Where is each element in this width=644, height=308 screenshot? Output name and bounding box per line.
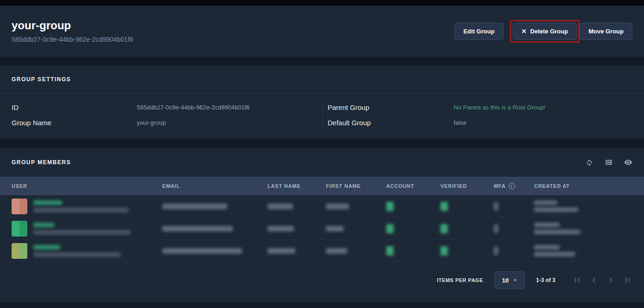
edit-group-button[interactable]: Edit Group xyxy=(454,23,503,40)
table-row[interactable] xyxy=(0,195,644,218)
field-label: ID xyxy=(12,103,137,111)
field-group-name: Group Name your-group xyxy=(0,115,322,130)
group-header: your-group 585ddb27-0c9e-44bb-962e-2cd99… xyxy=(0,6,644,57)
group-members-title-row: GROUP MEMBERS xyxy=(0,148,644,177)
last-page-icon[interactable] xyxy=(622,275,632,285)
redacted-last-name xyxy=(268,248,295,254)
previous-page-icon[interactable] xyxy=(589,275,599,285)
next-page-icon[interactable] xyxy=(606,275,616,285)
redacted-account-badge xyxy=(386,202,394,211)
redacted-mfa-badge xyxy=(494,247,498,255)
field-parent-group: Parent Group No Parent as this is a Root… xyxy=(323,100,644,115)
avatar xyxy=(12,243,27,259)
account-cell xyxy=(386,202,440,211)
column-header-mfa: MFAi xyxy=(494,183,534,189)
field-id: ID 585ddb27-0c9e-44bb-962e-2cd9904b01f6 xyxy=(0,100,322,115)
table-header-row: USEREMAILLAST NAMEFIRST NAMEACCOUNTVERIF… xyxy=(0,177,644,195)
redacted-mfa-badge xyxy=(494,225,498,233)
first-page-icon[interactable] xyxy=(572,275,582,285)
redacted-account-badge xyxy=(386,224,394,233)
verified-cell xyxy=(440,224,494,233)
mfa-cell xyxy=(494,225,534,233)
members-toolbar xyxy=(585,158,632,167)
close-icon: ✕ xyxy=(522,28,527,35)
move-group-button[interactable]: Move Group xyxy=(580,23,632,40)
redacted-username xyxy=(33,200,62,205)
avatar xyxy=(12,199,27,214)
first-name-cell xyxy=(326,248,386,254)
column-header-email: EMAIL xyxy=(162,183,268,189)
redacted-email xyxy=(162,204,227,209)
user-cell xyxy=(0,243,162,259)
delete-group-button[interactable]: ✕ Delete Group xyxy=(513,23,577,40)
redacted-verified-badge xyxy=(440,224,448,233)
field-value: your-group xyxy=(137,119,322,126)
pagination-nav xyxy=(572,275,632,285)
pagination-range: 1-3 of 3 xyxy=(536,277,555,283)
info-icon[interactable]: i xyxy=(509,183,515,189)
table-icon[interactable] xyxy=(605,158,613,167)
redacted-created-at xyxy=(534,200,578,212)
redacted-username xyxy=(33,245,60,250)
field-label: Group Name xyxy=(12,119,137,127)
user-text-lines xyxy=(33,223,131,235)
table-row[interactable] xyxy=(0,240,644,262)
column-header-label: LAST NAME xyxy=(268,183,300,189)
field-label: Parent Group xyxy=(328,103,454,111)
email-cell xyxy=(162,226,268,231)
redacted-mfa-badge xyxy=(494,202,498,211)
mfa-cell xyxy=(494,247,534,255)
user-cell xyxy=(0,221,162,237)
group-settings-section: GROUP SETTINGS ID 585ddb27-0c9e-44bb-962… xyxy=(0,66,644,139)
field-label: Default Group xyxy=(328,119,454,127)
field-default-group: Default Group false xyxy=(323,115,644,130)
verified-cell xyxy=(440,246,494,256)
redacted-verified-badge xyxy=(440,246,448,256)
header-actions: Edit Group ✕ Delete Group Move Group xyxy=(454,20,632,43)
redacted-first-name xyxy=(326,248,347,254)
table-body xyxy=(0,195,644,262)
redacted-username xyxy=(33,223,54,227)
group-members-title: GROUP MEMBERS xyxy=(12,159,71,166)
created-at-cell xyxy=(534,245,644,257)
redacted-user-subtext xyxy=(33,208,128,212)
members-table: USEREMAILLAST NAMEFIRST NAMEACCOUNTVERIF… xyxy=(0,177,644,262)
mfa-cell xyxy=(494,202,534,211)
first-name-cell xyxy=(326,204,386,209)
window-top-strip xyxy=(0,0,644,6)
redacted-created-at xyxy=(534,223,580,234)
redacted-first-name xyxy=(326,204,349,209)
group-title-block: your-group 585ddb27-0c9e-44bb-962e-2cd99… xyxy=(12,19,133,43)
redacted-account-badge xyxy=(386,246,394,256)
redacted-created-line xyxy=(534,207,578,212)
last-name-cell xyxy=(268,204,326,209)
group-detail-page: your-group 585ddb27-0c9e-44bb-962e-2cd99… xyxy=(0,0,644,308)
redacted-created-line xyxy=(534,252,575,257)
settings-left-column: ID 585ddb27-0c9e-44bb-962e-2cd9904b01f6 … xyxy=(0,100,322,130)
refresh-icon[interactable] xyxy=(585,158,593,167)
page-size-select[interactable]: 10 ▼ xyxy=(494,271,525,289)
annotation-highlight: ✕ Delete Group xyxy=(510,20,580,43)
column-header-label: EMAIL xyxy=(162,183,180,189)
redacted-created-line xyxy=(534,230,580,234)
table-row[interactable] xyxy=(0,218,644,240)
account-cell xyxy=(386,246,440,256)
eye-icon[interactable] xyxy=(624,158,632,167)
group-settings-title: GROUP SETTINGS xyxy=(0,66,644,93)
redacted-created-line xyxy=(534,245,560,250)
chevron-down-icon: ▼ xyxy=(513,278,517,282)
redacted-created-line xyxy=(534,200,557,205)
redacted-created-line xyxy=(534,223,560,227)
column-header-user: USER xyxy=(0,183,162,189)
user-text-lines xyxy=(33,200,128,212)
column-header-label: USER xyxy=(12,183,27,189)
email-cell xyxy=(162,248,268,254)
redacted-user-subtext xyxy=(33,252,121,257)
column-header-label: MFA xyxy=(494,183,506,189)
column-header-label: CREATED AT xyxy=(534,183,570,189)
column-header-last-name: LAST NAME xyxy=(268,183,326,189)
pagination-bar: ITEMS PER PAGE 10 ▼ 1-3 of 3 xyxy=(0,262,644,300)
group-members-section: GROUP MEMBERS USEREMAILLAST NAMEFIRST NA… xyxy=(0,148,644,302)
column-header-verified: VERIFIED xyxy=(440,183,494,189)
account-cell xyxy=(386,224,440,233)
